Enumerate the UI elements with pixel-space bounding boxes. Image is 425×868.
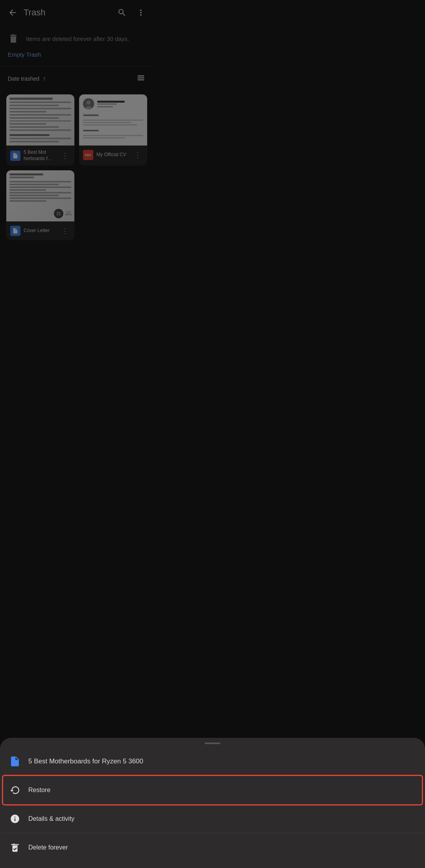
info-icon bbox=[8, 812, 22, 826]
restore-button[interactable]: Restore bbox=[3, 776, 153, 804]
delete-forever-label: Delete forever bbox=[28, 844, 68, 851]
sheet-title-row: 5 Best Motherboards for Ryzen 5 3600 bbox=[0, 747, 153, 776]
restore-icon bbox=[8, 783, 22, 797]
restore-label: Restore bbox=[28, 787, 50, 794]
sheet-doc-icon bbox=[8, 754, 22, 768]
info-svg bbox=[10, 814, 20, 824]
restore-svg bbox=[10, 785, 20, 795]
delete-forever-svg bbox=[10, 842, 20, 853]
bottom-sheet: 5 Best Motherboards for Ryzen 5 3600 Res… bbox=[0, 738, 153, 868]
sheet-doc-svg bbox=[9, 756, 21, 767]
details-label: Details & activity bbox=[28, 815, 74, 822]
details-button[interactable]: Details & activity bbox=[0, 805, 153, 833]
delete-forever-icon bbox=[8, 840, 22, 855]
sheet-title-text: 5 Best Motherboards for Ryzen 5 3600 bbox=[28, 757, 143, 765]
delete-forever-button[interactable]: Delete forever bbox=[0, 833, 153, 862]
